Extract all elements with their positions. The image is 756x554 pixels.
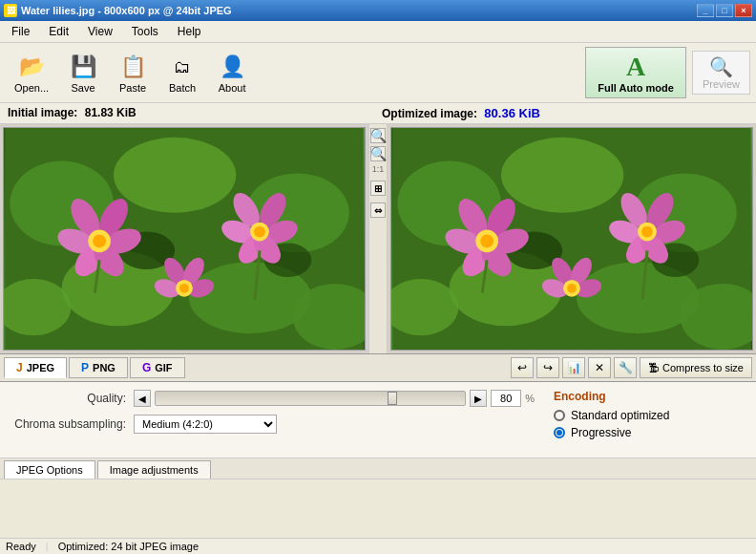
svg-point-65 [567,284,577,293]
window-title: Water lilies.jpg - 800x600 px @ 24bit JP… [21,5,232,16]
redo-button[interactable]: ↪ [536,357,559,378]
minimize-button[interactable]: _ [697,4,714,17]
save-icon: 💾 [68,52,98,82]
settings-button[interactable]: 🔧 [614,357,637,378]
compress-icon: 🗜 [648,362,659,373]
paste-button[interactable]: 📋 Paste [109,47,157,98]
standard-radio[interactable] [554,410,565,421]
chroma-subsampling-select[interactable]: None (4:4:4) Low (4:1:1) Medium (4:2:0) … [134,415,277,434]
menu-edit[interactable]: Edit [41,23,76,40]
quality-row: Quality: ◀ ▶ 80 % [11,390,535,407]
preview-icon: 🔍 [709,55,733,78]
menu-help[interactable]: Help [170,23,209,40]
tab-png[interactable]: P PNG [69,357,128,378]
menu-tools[interactable]: Tools [124,23,166,40]
batch-icon: 🗂 [167,52,198,82]
zoom-in-button[interactable]: 🔍 [370,128,386,143]
format-tabs-bar: J JPEG P PNG G GIF ↩ ↪ 📊 ✕ 🔧 🗜 Compress … [0,353,756,382]
encoding-title: Encoding [554,390,745,403]
tab-jpeg[interactable]: J JPEG [4,357,67,378]
optimized-image [391,128,752,350]
quality-percent-label: % [525,393,535,404]
jpeg-tab-icon: J [16,361,23,374]
tab-jpeg-options[interactable]: JPEG Options [4,460,95,479]
optimized-image-panel [390,127,753,351]
svg-point-59 [641,226,653,238]
original-image-panel [3,127,366,351]
zoom-out-button[interactable]: 🔍 [370,146,386,161]
chroma-row: Chroma subsampling: None (4:4:4) Low (4:… [11,415,535,434]
undo-button[interactable]: ↩ [511,357,534,378]
optimized-image-info: Optimized image: 80.36 KiB [374,106,748,120]
options-left: Quality: ◀ ▶ 80 % Chroma subsampling: No… [11,390,535,450]
app-icon: 🖼 [4,4,17,17]
maximize-button[interactable]: □ [716,4,733,17]
full-auto-icon: A [626,52,645,82]
about-button[interactable]: 👤 About [208,47,256,98]
original-image [4,128,365,350]
quality-slider-container: ◀ ▶ 80 % [134,390,535,407]
progressive-option: Progressive [554,426,745,439]
svg-point-2 [114,138,236,213]
quality-value-display[interactable]: 80 [491,390,521,407]
svg-point-17 [93,235,106,248]
close-button[interactable]: × [735,4,752,17]
open-icon: 📂 [16,52,47,82]
options-panel: Quality: ◀ ▶ 80 % Chroma subsampling: No… [0,382,756,458]
menu-file[interactable]: File [4,23,37,40]
menu-view[interactable]: View [80,23,120,40]
quality-decrease-button[interactable]: ◀ [134,390,151,407]
toolbar: 📂 Open... 💾 Save 📋 Paste 🗂 Batch 👤 About… [0,43,756,103]
preview-button[interactable]: 🔍 Preview [692,51,750,95]
initial-image-info: Initial image: 81.83 KiB [8,106,374,120]
bottom-tabs-bar: JPEG Options Image adjustments [0,458,756,479]
menu-bar: File Edit View Tools Help [0,21,756,43]
fit-window-button[interactable]: ⊞ [370,181,386,196]
zoom-controls: 🔍 🔍 1:1 ⊞ ⇔ [368,124,388,353]
open-button[interactable]: 📂 Open... [6,47,57,98]
image-info-bar: Initial image: 81.83 KiB Optimized image… [0,103,756,124]
sync-view-button[interactable]: ⇔ [370,202,386,218]
gif-tab-icon: G [142,361,151,374]
image-area: 🔍 🔍 1:1 ⊞ ⇔ [0,124,756,353]
svg-point-25 [254,226,265,238]
save-button[interactable]: 💾 Save [59,47,107,98]
full-auto-button[interactable]: A Full Auto mode [585,47,686,98]
status-ready: Ready [6,541,36,552]
status-optimized: Optimized: 24 bit JPEG image [58,541,199,552]
title-bar: 🖼 Water lilies.jpg - 800x600 px @ 24bit … [0,0,756,21]
quality-increase-button[interactable]: ▶ [470,390,487,407]
standard-optimized-option: Standard optimized [554,409,745,422]
histogram-button[interactable]: 📊 [562,357,585,378]
encoding-section: Encoding Standard optimized Progressive [554,390,745,450]
about-icon: 👤 [217,52,247,82]
tab-gif[interactable]: G GIF [130,357,185,378]
quality-slider-thumb[interactable] [388,392,397,405]
svg-point-36 [501,138,623,213]
tab-actions: ↩ ↪ 📊 ✕ 🔧 🗜 Compress to size [511,357,752,378]
optimized-image-svg [391,128,752,350]
reset-button[interactable]: ✕ [588,357,611,378]
zoom-ratio-label: 1:1 [372,164,385,174]
quality-slider-track[interactable] [155,391,466,406]
batch-button[interactable]: 🗂 Batch [158,47,206,98]
paste-icon: 📋 [117,52,148,82]
window-controls: _ □ × [697,4,752,17]
quality-label: Quality: [11,392,126,405]
compress-to-size-button[interactable]: 🗜 Compress to size [640,357,752,378]
tab-image-adjustments[interactable]: Image adjustments [97,460,211,479]
original-image-svg [4,128,365,350]
svg-point-51 [480,235,494,248]
png-tab-icon: P [81,361,89,374]
progressive-radio[interactable] [554,427,565,438]
status-bar: Ready | Optimized: 24 bit JPEG image [0,538,756,554]
chroma-label: Chroma subsampling: [11,417,126,431]
svg-point-31 [179,284,189,293]
